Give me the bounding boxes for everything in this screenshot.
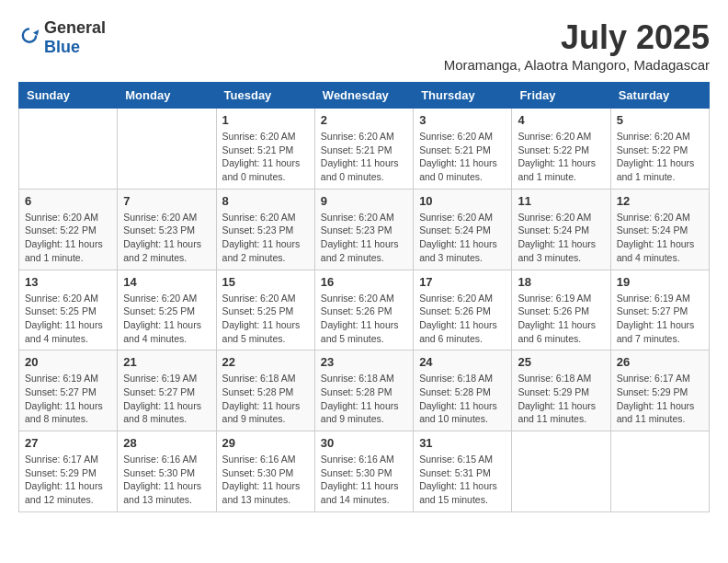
day-number: 5 <box>617 113 703 127</box>
weekday-sunday: Sunday <box>19 83 118 109</box>
logo: General Blue <box>18 18 106 57</box>
day-cell <box>512 431 610 512</box>
day-info: Sunrise: 6:20 AM Sunset: 5:23 PM Dayligh… <box>321 211 407 265</box>
logo-text: General Blue <box>44 18 106 57</box>
day-number: 30 <box>321 436 407 450</box>
day-number: 25 <box>518 355 604 369</box>
header: General Blue July 2025 Moramanga, Alaotr… <box>18 18 710 73</box>
day-cell: 18Sunrise: 6:19 AM Sunset: 5:26 PM Dayli… <box>512 270 610 350</box>
day-cell: 3Sunrise: 6:20 AM Sunset: 5:21 PM Daylig… <box>414 109 512 190</box>
day-cell: 24Sunrise: 6:18 AM Sunset: 5:28 PM Dayli… <box>414 350 512 431</box>
day-info: Sunrise: 6:18 AM Sunset: 5:28 PM Dayligh… <box>222 372 309 426</box>
day-info: Sunrise: 6:17 AM Sunset: 5:29 PM Dayligh… <box>25 453 111 507</box>
day-cell: 7Sunrise: 6:20 AM Sunset: 5:23 PM Daylig… <box>118 189 216 270</box>
day-cell: 27Sunrise: 6:17 AM Sunset: 5:29 PM Dayli… <box>19 431 118 512</box>
day-cell: 9Sunrise: 6:20 AM Sunset: 5:23 PM Daylig… <box>314 189 413 270</box>
day-info: Sunrise: 6:20 AM Sunset: 5:25 PM Dayligh… <box>222 292 309 346</box>
day-cell: 23Sunrise: 6:18 AM Sunset: 5:28 PM Dayli… <box>314 350 413 431</box>
day-number: 19 <box>617 275 703 289</box>
day-number: 12 <box>617 194 703 208</box>
day-cell: 17Sunrise: 6:20 AM Sunset: 5:26 PM Dayli… <box>414 270 512 350</box>
day-info: Sunrise: 6:20 AM Sunset: 5:21 PM Dayligh… <box>222 130 309 184</box>
day-number: 2 <box>321 113 407 127</box>
day-number: 16 <box>321 275 407 289</box>
day-cell: 30Sunrise: 6:16 AM Sunset: 5:30 PM Dayli… <box>314 431 413 512</box>
week-row-4: 20Sunrise: 6:19 AM Sunset: 5:27 PM Dayli… <box>19 350 710 431</box>
day-cell: 28Sunrise: 6:16 AM Sunset: 5:30 PM Dayli… <box>118 431 216 512</box>
day-info: Sunrise: 6:19 AM Sunset: 5:26 PM Dayligh… <box>518 292 604 346</box>
week-row-2: 6Sunrise: 6:20 AM Sunset: 5:22 PM Daylig… <box>19 189 710 270</box>
day-info: Sunrise: 6:20 AM Sunset: 5:21 PM Dayligh… <box>419 130 506 184</box>
day-number: 8 <box>222 194 309 208</box>
weekday-thursday: Thursday <box>414 83 512 109</box>
day-number: 11 <box>518 194 604 208</box>
day-cell: 4Sunrise: 6:20 AM Sunset: 5:22 PM Daylig… <box>512 109 610 190</box>
day-number: 14 <box>123 275 210 289</box>
day-info: Sunrise: 6:18 AM Sunset: 5:29 PM Dayligh… <box>518 372 604 426</box>
day-cell: 22Sunrise: 6:18 AM Sunset: 5:28 PM Dayli… <box>216 350 314 431</box>
day-cell: 25Sunrise: 6:18 AM Sunset: 5:29 PM Dayli… <box>512 350 610 431</box>
day-info: Sunrise: 6:19 AM Sunset: 5:27 PM Dayligh… <box>25 372 111 426</box>
day-number: 17 <box>419 275 506 289</box>
day-number: 4 <box>518 113 604 127</box>
day-number: 6 <box>25 194 111 208</box>
day-cell: 13Sunrise: 6:20 AM Sunset: 5:25 PM Dayli… <box>19 270 118 350</box>
calendar-body: 1Sunrise: 6:20 AM Sunset: 5:21 PM Daylig… <box>19 109 710 512</box>
day-info: Sunrise: 6:16 AM Sunset: 5:30 PM Dayligh… <box>321 453 407 507</box>
day-cell: 19Sunrise: 6:19 AM Sunset: 5:27 PM Dayli… <box>610 270 709 350</box>
day-info: Sunrise: 6:20 AM Sunset: 5:25 PM Dayligh… <box>25 292 111 346</box>
weekday-tuesday: Tuesday <box>216 83 314 109</box>
day-number: 24 <box>419 355 506 369</box>
day-info: Sunrise: 6:20 AM Sunset: 5:22 PM Dayligh… <box>518 130 604 184</box>
day-number: 26 <box>617 355 703 369</box>
day-info: Sunrise: 6:15 AM Sunset: 5:31 PM Dayligh… <box>419 453 506 507</box>
day-number: 27 <box>25 436 111 450</box>
day-number: 7 <box>123 194 210 208</box>
day-info: Sunrise: 6:17 AM Sunset: 5:29 PM Dayligh… <box>617 372 703 426</box>
day-number: 15 <box>222 275 309 289</box>
day-cell: 8Sunrise: 6:20 AM Sunset: 5:23 PM Daylig… <box>216 189 314 270</box>
logo-blue: Blue <box>44 38 80 56</box>
day-number: 3 <box>419 113 506 127</box>
day-cell: 26Sunrise: 6:17 AM Sunset: 5:29 PM Dayli… <box>610 350 709 431</box>
day-info: Sunrise: 6:20 AM Sunset: 5:23 PM Dayligh… <box>222 211 309 265</box>
title-area: July 2025 Moramanga, Alaotra Mangoro, Ma… <box>444 18 710 73</box>
day-number: 29 <box>222 436 309 450</box>
day-info: Sunrise: 6:20 AM Sunset: 5:22 PM Dayligh… <box>617 130 703 184</box>
day-cell <box>118 109 216 190</box>
day-number: 9 <box>321 194 407 208</box>
day-info: Sunrise: 6:18 AM Sunset: 5:28 PM Dayligh… <box>419 372 506 426</box>
day-number: 28 <box>123 436 210 450</box>
day-number: 1 <box>222 113 309 127</box>
weekday-wednesday: Wednesday <box>314 83 413 109</box>
day-cell: 31Sunrise: 6:15 AM Sunset: 5:31 PM Dayli… <box>414 431 512 512</box>
day-number: 22 <box>222 355 309 369</box>
day-info: Sunrise: 6:20 AM Sunset: 5:21 PM Dayligh… <box>321 130 407 184</box>
day-info: Sunrise: 6:20 AM Sunset: 5:24 PM Dayligh… <box>518 211 604 265</box>
day-cell: 12Sunrise: 6:20 AM Sunset: 5:24 PM Dayli… <box>610 189 709 270</box>
month-title: July 2025 <box>444 18 710 57</box>
day-number: 31 <box>419 436 506 450</box>
day-info: Sunrise: 6:20 AM Sunset: 5:23 PM Dayligh… <box>123 211 210 265</box>
logo-general: General <box>44 18 106 37</box>
day-number: 18 <box>518 275 604 289</box>
calendar: SundayMondayTuesdayWednesdayThursdayFrid… <box>18 82 710 512</box>
day-number: 23 <box>321 355 407 369</box>
day-cell: 10Sunrise: 6:20 AM Sunset: 5:24 PM Dayli… <box>414 189 512 270</box>
day-info: Sunrise: 6:20 AM Sunset: 5:26 PM Dayligh… <box>419 292 506 346</box>
day-cell <box>19 109 118 190</box>
day-cell: 20Sunrise: 6:19 AM Sunset: 5:27 PM Dayli… <box>19 350 118 431</box>
location-title: Moramanga, Alaotra Mangoro, Madagascar <box>444 57 710 73</box>
day-info: Sunrise: 6:20 AM Sunset: 5:24 PM Dayligh… <box>617 211 703 265</box>
day-info: Sunrise: 6:18 AM Sunset: 5:28 PM Dayligh… <box>321 372 407 426</box>
day-cell: 21Sunrise: 6:19 AM Sunset: 5:27 PM Dayli… <box>118 350 216 431</box>
day-cell: 1Sunrise: 6:20 AM Sunset: 5:21 PM Daylig… <box>216 109 314 190</box>
day-cell: 16Sunrise: 6:20 AM Sunset: 5:26 PM Dayli… <box>314 270 413 350</box>
day-info: Sunrise: 6:20 AM Sunset: 5:24 PM Dayligh… <box>419 211 506 265</box>
day-cell: 6Sunrise: 6:20 AM Sunset: 5:22 PM Daylig… <box>19 189 118 270</box>
day-cell: 5Sunrise: 6:20 AM Sunset: 5:22 PM Daylig… <box>610 109 709 190</box>
day-number: 10 <box>419 194 506 208</box>
weekday-header-row: SundayMondayTuesdayWednesdayThursdayFrid… <box>19 83 710 109</box>
weekday-monday: Monday <box>118 83 216 109</box>
day-number: 13 <box>25 275 111 289</box>
